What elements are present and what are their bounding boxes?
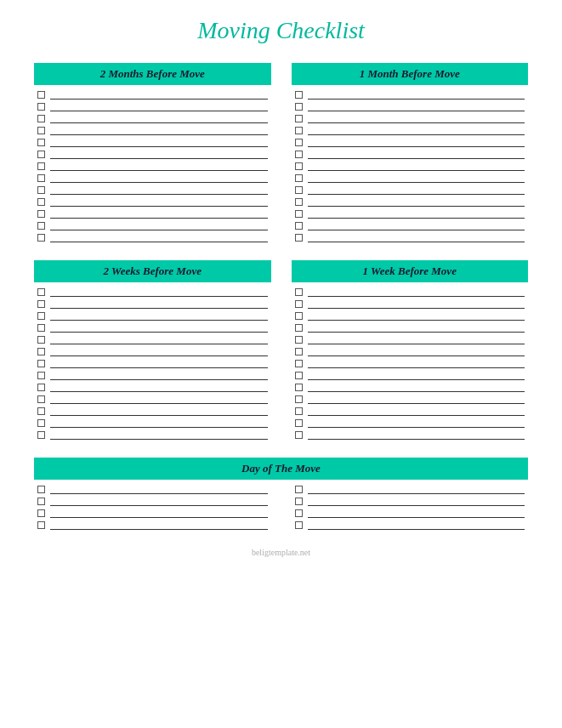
checkbox[interactable]	[295, 139, 303, 146]
line	[50, 395, 268, 404]
checkbox[interactable]	[295, 234, 303, 242]
checkbox[interactable]	[295, 498, 303, 505]
list-item	[295, 219, 525, 231]
checkbox[interactable]	[295, 162, 303, 170]
checkbox[interactable]	[295, 336, 303, 344]
checkbox[interactable]	[37, 498, 45, 505]
line	[308, 102, 525, 111]
checkbox[interactable]	[295, 521, 303, 529]
checkbox[interactable]	[37, 210, 45, 218]
checkbox[interactable]	[37, 151, 45, 158]
checkbox[interactable]	[37, 288, 45, 296]
checkbox[interactable]	[37, 139, 45, 146]
checkbox[interactable]	[295, 186, 303, 194]
checkbox[interactable]	[37, 198, 45, 206]
checkbox[interactable]	[37, 115, 45, 122]
list-item	[295, 298, 525, 310]
checkbox[interactable]	[295, 210, 303, 218]
line	[308, 197, 525, 207]
checkbox[interactable]	[37, 186, 45, 194]
list-item	[37, 405, 268, 417]
checkbox[interactable]	[37, 162, 45, 170]
list-item	[295, 100, 525, 112]
footer-text: beligtemplate.net	[34, 548, 528, 557]
list-item	[295, 393, 525, 405]
checkbox[interactable]	[37, 486, 45, 493]
checkbox[interactable]	[37, 360, 45, 367]
line	[308, 347, 525, 356]
checkbox[interactable]	[295, 360, 303, 367]
checkbox[interactable]	[295, 115, 303, 122]
checkbox[interactable]	[295, 288, 303, 296]
line	[308, 209, 525, 219]
list-item	[37, 333, 268, 345]
checkbox[interactable]	[37, 431, 45, 439]
checkbox[interactable]	[37, 521, 45, 529]
checkbox[interactable]	[295, 127, 303, 134]
checkbox[interactable]	[37, 174, 45, 182]
checkbox[interactable]	[37, 419, 45, 427]
line	[50, 485, 268, 494]
list-item	[295, 112, 525, 124]
checkbox[interactable]	[295, 384, 303, 391]
list-item	[37, 124, 268, 136]
list-item	[295, 231, 525, 243]
checkbox[interactable]	[37, 222, 45, 230]
list-item	[37, 196, 268, 208]
checkbox[interactable]	[295, 348, 303, 355]
list-item	[295, 196, 525, 208]
list-item	[37, 357, 268, 369]
list-item	[37, 148, 268, 160]
checkbox[interactable]	[37, 91, 45, 99]
checkbox[interactable]	[37, 234, 45, 242]
checkbox[interactable]	[295, 395, 303, 403]
checkbox[interactable]	[37, 372, 45, 379]
checkbox[interactable]	[295, 486, 303, 493]
list-item	[37, 393, 268, 405]
line	[50, 407, 268, 416]
checkbox[interactable]	[37, 336, 45, 344]
checkbox[interactable]	[295, 312, 303, 320]
line	[308, 233, 525, 242]
line	[308, 114, 525, 123]
checkbox[interactable]	[295, 324, 303, 332]
checkbox[interactable]	[37, 509, 45, 517]
line	[308, 418, 525, 428]
checkbox[interactable]	[37, 103, 45, 111]
section-header-one-month: 1 Month Before Move	[292, 63, 529, 85]
line	[50, 185, 268, 195]
checkbox[interactable]	[295, 509, 303, 517]
checkbox[interactable]	[37, 384, 45, 391]
line	[308, 395, 525, 404]
line	[50, 233, 268, 242]
checklist-two-months	[34, 85, 271, 245]
list-item	[295, 184, 525, 196]
checkbox[interactable]	[295, 222, 303, 230]
checkbox[interactable]	[295, 198, 303, 206]
checkbox[interactable]	[295, 407, 303, 415]
day-of-move-columns	[34, 480, 528, 532]
checkbox[interactable]	[295, 174, 303, 182]
line	[50, 371, 268, 380]
checkbox[interactable]	[37, 324, 45, 332]
checkbox[interactable]	[37, 348, 45, 355]
checkbox[interactable]	[295, 372, 303, 379]
checkbox[interactable]	[37, 127, 45, 134]
line	[50, 509, 268, 518]
list-item	[295, 88, 525, 100]
checkbox[interactable]	[295, 431, 303, 439]
checkbox[interactable]	[37, 300, 45, 308]
checkbox[interactable]	[37, 312, 45, 320]
checkbox[interactable]	[295, 91, 303, 99]
checkbox[interactable]	[295, 103, 303, 111]
list-item	[37, 88, 268, 100]
list-item	[37, 231, 268, 243]
checklist-one-month	[292, 85, 529, 245]
checkbox[interactable]	[37, 407, 45, 415]
checkbox[interactable]	[295, 300, 303, 308]
checkbox[interactable]	[295, 419, 303, 427]
list-item	[295, 405, 525, 417]
checkbox[interactable]	[295, 151, 303, 158]
line	[308, 221, 525, 230]
checkbox[interactable]	[37, 395, 45, 403]
